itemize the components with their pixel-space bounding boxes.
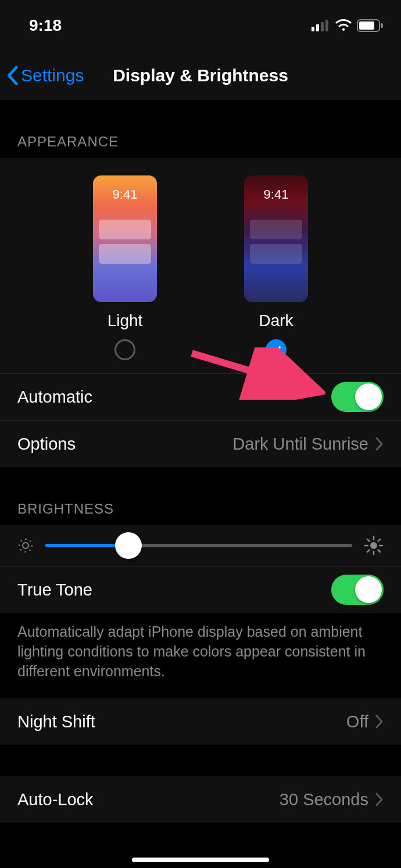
automatic-label: Automatic xyxy=(17,388,92,407)
wifi-icon xyxy=(335,19,352,32)
sun-small-icon xyxy=(17,537,34,554)
cellular-icon xyxy=(312,20,330,31)
true-tone-label: True Tone xyxy=(17,580,92,600)
options-row[interactable]: Options Dark Until Sunrise xyxy=(0,420,401,467)
night-shift-value: Off xyxy=(346,712,368,731)
slider-thumb[interactable] xyxy=(115,532,142,559)
night-shift-row[interactable]: Night Shift Off xyxy=(0,698,401,745)
svg-rect-0 xyxy=(312,27,314,31)
svg-line-17 xyxy=(367,550,370,553)
back-button[interactable]: Settings xyxy=(0,66,84,85)
home-indicator xyxy=(132,858,269,862)
auto-lock-value: 30 Seconds xyxy=(280,790,368,809)
svg-rect-1 xyxy=(316,24,319,31)
brightness-group: True Tone xyxy=(0,525,401,613)
sun-large-icon xyxy=(364,536,384,555)
appearance-group: 9:41 Light 9:41 Dark Automatic xyxy=(0,158,401,467)
appearance-header: APPEARANCE xyxy=(0,100,401,158)
brightness-header: BRIGHTNESS xyxy=(0,467,401,525)
nav-bar: Settings Display & Brightness xyxy=(0,51,401,100)
svg-point-10 xyxy=(370,542,377,549)
battery-icon xyxy=(357,19,384,32)
true-tone-toggle[interactable] xyxy=(331,575,384,605)
svg-point-8 xyxy=(23,543,28,548)
status-bar: 9:18 xyxy=(0,0,401,51)
preview-widget xyxy=(99,220,151,239)
svg-rect-6 xyxy=(381,23,383,28)
radio-light[interactable] xyxy=(114,339,135,360)
appearance-option-dark[interactable]: 9:41 Dark xyxy=(244,175,308,360)
preview-widget xyxy=(250,220,302,239)
status-time: 9:18 xyxy=(29,16,62,35)
chevron-right-icon xyxy=(375,792,384,806)
back-label: Settings xyxy=(21,66,84,85)
preview-time: 9:41 xyxy=(244,187,308,202)
preview-widget xyxy=(250,244,302,264)
preview-widget xyxy=(99,244,151,264)
svg-rect-5 xyxy=(359,21,374,30)
automatic-toggle[interactable] xyxy=(331,382,384,412)
svg-line-18 xyxy=(378,539,381,541)
brightness-slider[interactable] xyxy=(45,544,352,547)
preview-dark: 9:41 xyxy=(244,175,308,302)
brightness-slider-row xyxy=(0,525,401,566)
svg-line-15 xyxy=(367,539,370,541)
preview-light: 9:41 xyxy=(93,175,157,302)
svg-rect-2 xyxy=(321,22,324,31)
night-shift-group: Night Shift Off xyxy=(0,698,401,745)
options-label: Options xyxy=(17,435,76,454)
chevron-right-icon xyxy=(375,715,384,729)
preview-time: 9:41 xyxy=(93,187,157,202)
appearance-label-dark: Dark xyxy=(259,311,293,330)
appearance-label-light: Light xyxy=(108,311,143,330)
chevron-right-icon xyxy=(375,437,384,451)
auto-lock-label: Auto-Lock xyxy=(17,790,94,809)
appearance-option-light[interactable]: 9:41 Light xyxy=(93,175,157,360)
auto-lock-group: Auto-Lock 30 Seconds xyxy=(0,776,401,823)
automatic-row: Automatic xyxy=(0,373,401,420)
svg-line-16 xyxy=(378,550,381,553)
check-icon xyxy=(270,343,282,356)
status-icons xyxy=(312,19,384,32)
true-tone-footer: Automatically adapt iPhone display based… xyxy=(0,613,401,698)
svg-rect-3 xyxy=(325,20,328,31)
auto-lock-row[interactable]: Auto-Lock 30 Seconds xyxy=(0,776,401,823)
chevron-left-icon xyxy=(6,66,19,85)
true-tone-row: True Tone xyxy=(0,566,401,613)
options-value: Dark Until Sunrise xyxy=(232,435,368,454)
radio-dark[interactable] xyxy=(266,339,287,360)
page-title: Display & Brightness xyxy=(113,66,288,85)
appearance-options: 9:41 Light 9:41 Dark xyxy=(0,158,401,373)
night-shift-label: Night Shift xyxy=(17,712,95,731)
svg-point-9 xyxy=(19,539,32,552)
